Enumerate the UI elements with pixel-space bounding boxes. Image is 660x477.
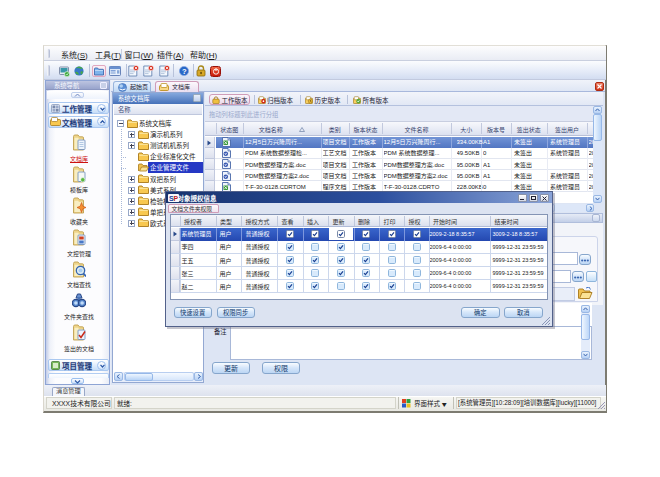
- svg-text:?: ?: [182, 67, 187, 76]
